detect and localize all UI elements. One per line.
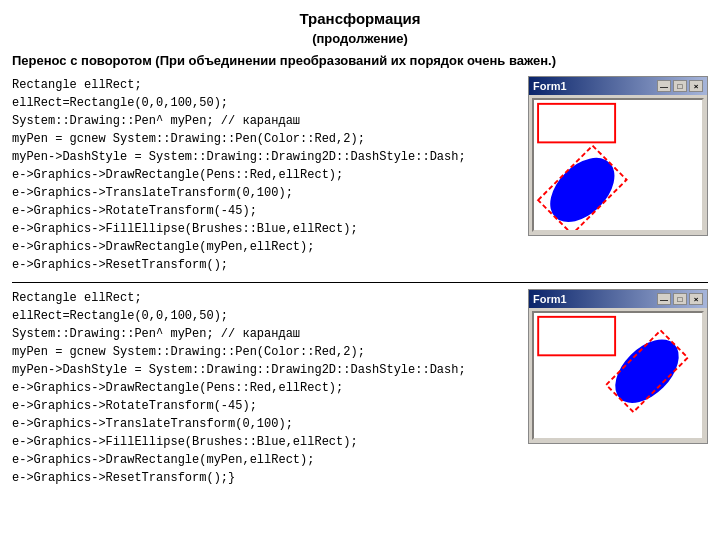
note-text: Перенос с поворотом (При объединении пре… bbox=[12, 52, 708, 70]
code-line: e->Graphics->TranslateTransform(0,100); bbox=[12, 184, 518, 202]
code-line: myPen->DashStyle = System::Drawing::Draw… bbox=[12, 361, 518, 379]
code-block-1: Rectangle ellRect;ellRect=Rectangle(0,0,… bbox=[12, 76, 518, 274]
form-title-2: Form1 bbox=[533, 293, 567, 305]
page-container: Трансформация (продолжение) Перенос с по… bbox=[0, 0, 720, 540]
form-maximize-1[interactable]: □ bbox=[673, 80, 687, 92]
code-line: e->Graphics->RotateTransform(-45); bbox=[12, 397, 518, 415]
svg-rect-0 bbox=[538, 104, 615, 143]
code-line: myPen = gcnew System::Drawing::Pen(Color… bbox=[12, 343, 518, 361]
section1: Rectangle ellRect;ellRect=Rectangle(0,0,… bbox=[12, 76, 708, 274]
code-line: e->Graphics->RotateTransform(-45); bbox=[12, 202, 518, 220]
form-maximize-2[interactable]: □ bbox=[673, 293, 687, 305]
code-line: Rectangle ellRect; bbox=[12, 76, 518, 94]
form-buttons-2: — □ × bbox=[657, 293, 703, 305]
form-minimize-2[interactable]: — bbox=[657, 293, 671, 305]
svg-rect-3 bbox=[538, 317, 615, 355]
form-window-2: Form1 — □ × bbox=[528, 289, 708, 444]
code-line: e->Graphics->DrawRectangle(myPen,ellRect… bbox=[12, 451, 518, 469]
form-minimize-1[interactable]: — bbox=[657, 80, 671, 92]
page-subtitle: (продолжение) bbox=[12, 31, 708, 46]
form-close-2[interactable]: × bbox=[689, 293, 703, 305]
code-line: myPen = gcnew System::Drawing::Pen(Color… bbox=[12, 130, 518, 148]
note-prefix: Перенос с поворотом bbox=[12, 53, 152, 68]
form-buttons-1: — □ × bbox=[657, 80, 703, 92]
form-svg-2 bbox=[534, 313, 702, 438]
code-line: e->Graphics->DrawRectangle(myPen,ellRect… bbox=[12, 238, 518, 256]
code-line: System::Drawing::Pen^ myPen; // карандаш bbox=[12, 112, 518, 130]
form-title-1: Form1 bbox=[533, 80, 567, 92]
code-line: e->Graphics->FillEllipse(Brushes::Blue,e… bbox=[12, 433, 518, 451]
code-line: System::Drawing::Pen^ myPen; // карандаш bbox=[12, 325, 518, 343]
code-line: e->Graphics->ResetTransform(); bbox=[12, 256, 518, 274]
form-close-1[interactable]: × bbox=[689, 80, 703, 92]
note-body: При объединении преобразований их порядо… bbox=[160, 53, 552, 68]
section2: Rectangle ellRect;ellRect=Rectangle(0,0,… bbox=[12, 289, 708, 487]
section-divider bbox=[12, 282, 708, 283]
code-line: e->Graphics->DrawRectangle(Pens::Red,ell… bbox=[12, 166, 518, 184]
code-line: e->Graphics->ResetTransform();} bbox=[12, 469, 518, 487]
form-content-1 bbox=[532, 98, 704, 232]
form-content-2 bbox=[532, 311, 704, 440]
code-line: Rectangle ellRect; bbox=[12, 289, 518, 307]
form-titlebar-1: Form1 — □ × bbox=[529, 77, 707, 95]
code-line: ellRect=Rectangle(0,0,100,50); bbox=[12, 307, 518, 325]
form-titlebar-2: Form1 — □ × bbox=[529, 290, 707, 308]
svg-point-4 bbox=[603, 328, 690, 415]
code-line: e->Graphics->DrawRectangle(Pens::Red,ell… bbox=[12, 379, 518, 397]
code-line: e->Graphics->FillEllipse(Brushes::Blue,e… bbox=[12, 220, 518, 238]
form-window-1: Form1 — □ × bbox=[528, 76, 708, 236]
page-title: Трансформация bbox=[12, 10, 708, 27]
form-svg-1 bbox=[534, 100, 702, 230]
code-line: e->Graphics->TranslateTransform(0,100); bbox=[12, 415, 518, 433]
code-block-2: Rectangle ellRect;ellRect=Rectangle(0,0,… bbox=[12, 289, 518, 487]
code-line: ellRect=Rectangle(0,0,100,50); bbox=[12, 94, 518, 112]
code-line: myPen->DashStyle = System::Drawing::Draw… bbox=[12, 148, 518, 166]
